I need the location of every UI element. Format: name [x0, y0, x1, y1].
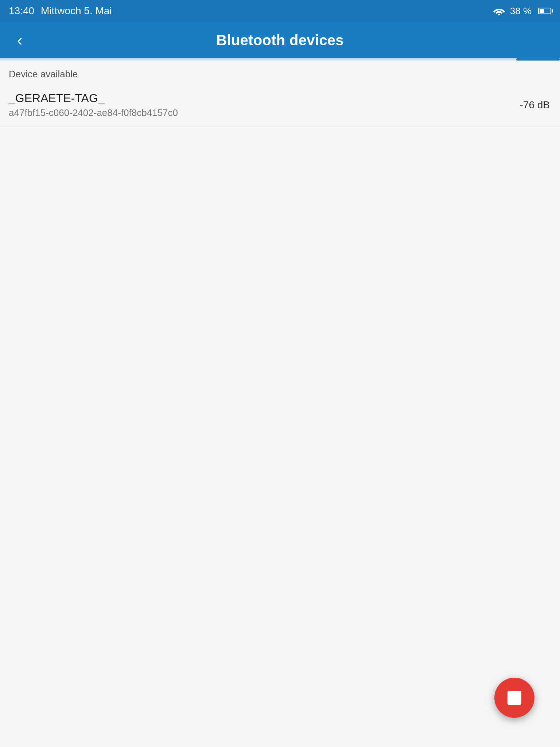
scroll-thumb	[516, 58, 560, 61]
app-bar: ‹ Bluetooth devices	[0, 22, 560, 58]
fab-stop-button[interactable]	[494, 678, 534, 718]
page-title: Bluetooth devices	[216, 32, 344, 49]
stop-icon	[508, 691, 521, 705]
status-date: Mittwoch 5. Mai	[41, 5, 112, 17]
status-time: 13:40	[9, 5, 34, 17]
device-name: _GERAETE-TAG_	[9, 92, 178, 105]
scroll-indicator	[0, 58, 560, 61]
svg-point-0	[498, 14, 500, 16]
back-chevron-icon: ‹	[17, 32, 23, 48]
back-button[interactable]: ‹	[9, 29, 31, 51]
status-bar-left: 13:40 Mittwoch 5. Mai	[9, 5, 112, 17]
device-signal: -76 dB	[520, 99, 550, 111]
device-info: _GERAETE-TAG_ a47fbf15-c060-2402-ae84-f0…	[9, 92, 178, 119]
status-bar-right: 38 %	[493, 5, 551, 17]
battery-fill	[540, 9, 544, 13]
battery-percent: 38 %	[510, 5, 532, 17]
content-area: Device available _GERAETE-TAG_ a47fbf15-…	[0, 61, 560, 747]
device-address: a47fbf15-c060-2402-ae84-f0f8cb4157c0	[9, 107, 178, 119]
battery-icon	[538, 8, 551, 14]
status-bar: 13:40 Mittwoch 5. Mai 38 %	[0, 0, 560, 22]
page-wrapper: 13:40 Mittwoch 5. Mai 38 % ‹ Bluetooth d…	[0, 0, 560, 747]
section-header: Device available	[0, 61, 560, 84]
device-list-item[interactable]: _GERAETE-TAG_ a47fbf15-c060-2402-ae84-f0…	[0, 84, 560, 127]
wifi-icon	[493, 7, 505, 15]
